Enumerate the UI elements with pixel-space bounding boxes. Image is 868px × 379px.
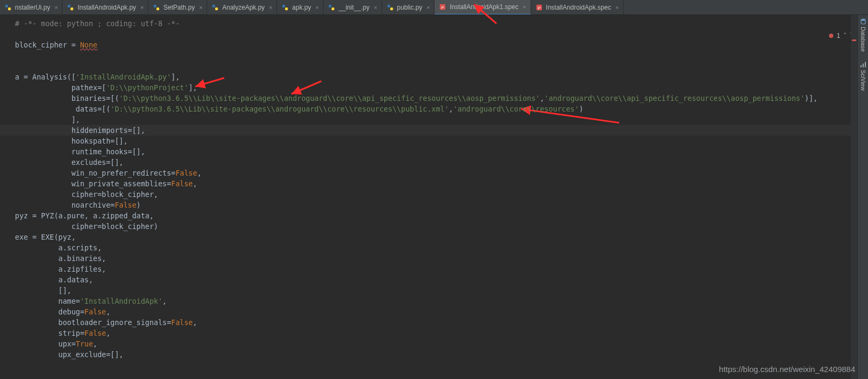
svg-text:P: P <box>441 5 444 10</box>
svg-rect-5 <box>156 7 159 10</box>
tab-apk[interactable]: apk.py × <box>277 0 323 14</box>
close-icon[interactable]: × <box>374 4 377 11</box>
svg-text:P: P <box>538 5 540 10</box>
python-file-icon <box>386 4 394 11</box>
spec-file-icon: P <box>439 3 446 11</box>
svg-rect-12 <box>387 4 390 7</box>
tab-label: __init__.py <box>338 4 369 11</box>
python-file-icon <box>67 4 74 11</box>
code-editor[interactable]: # -*- mode: python ; coding: utf-8 -*- b… <box>0 15 868 379</box>
close-icon[interactable]: × <box>269 4 272 11</box>
tab-init[interactable]: __init__.py × <box>323 0 382 14</box>
svg-rect-6 <box>212 4 215 7</box>
close-icon[interactable]: × <box>616 4 619 11</box>
svg-rect-8 <box>282 4 285 7</box>
svg-rect-13 <box>390 7 393 10</box>
tab-setpath[interactable]: SetPath.py × <box>148 0 207 14</box>
tab-analyzeapk[interactable]: AnalyzeApk.py × <box>207 0 277 14</box>
tab-label: InstallAndroidApk.py <box>77 4 136 11</box>
close-icon[interactable]: × <box>140 4 144 11</box>
svg-rect-7 <box>215 7 218 10</box>
svg-rect-3 <box>70 7 73 10</box>
svg-rect-2 <box>68 4 70 7</box>
tab-label: nstallerUi.py <box>15 4 50 11</box>
python-file-icon <box>328 4 335 11</box>
svg-rect-1 <box>8 7 11 10</box>
tab-label: InstallAndroidApk.spec <box>546 4 611 11</box>
svg-rect-10 <box>329 4 332 7</box>
close-icon[interactable]: × <box>523 4 526 10</box>
close-icon[interactable]: × <box>199 4 202 11</box>
svg-rect-11 <box>332 7 334 10</box>
close-icon[interactable]: × <box>54 4 58 11</box>
svg-rect-9 <box>285 7 288 10</box>
tab-installandroidapk-spec[interactable]: P InstallAndroidApk.spec × <box>531 0 624 14</box>
tab-nstallerui[interactable]: nstallerUi.py × <box>0 0 62 14</box>
code-content: # -*- mode: python ; coding: utf-8 -*- b… <box>15 18 868 360</box>
close-icon[interactable]: × <box>315 4 319 11</box>
close-icon[interactable]: × <box>427 4 430 11</box>
watermark-text: https://blog.csdn.net/weixin_42409884 <box>719 365 855 374</box>
tab-installandroidapk1-spec[interactable]: P InstallAndroidApk1.spec × <box>435 0 531 15</box>
svg-rect-0 <box>5 4 8 7</box>
editor-tab-bar: nstallerUi.py × InstallAndroidApk.py × S… <box>0 0 868 15</box>
tab-label: SetPath.py <box>163 4 195 11</box>
tab-label: AnalyzeApk.py <box>222 4 264 11</box>
python-file-icon <box>211 4 219 11</box>
tab-label: public.py <box>397 4 422 11</box>
tab-label: apk.py <box>292 4 311 11</box>
tab-installandroidapk[interactable]: InstallAndroidApk.py × <box>62 0 148 14</box>
tab-label: InstallAndroidApk1.spec <box>449 3 518 11</box>
tab-public[interactable]: public.py × <box>382 0 435 14</box>
spec-file-icon: P <box>535 4 543 11</box>
python-file-icon <box>4 4 12 11</box>
python-file-icon <box>153 4 160 11</box>
svg-rect-4 <box>154 4 156 7</box>
python-file-icon <box>281 4 289 11</box>
